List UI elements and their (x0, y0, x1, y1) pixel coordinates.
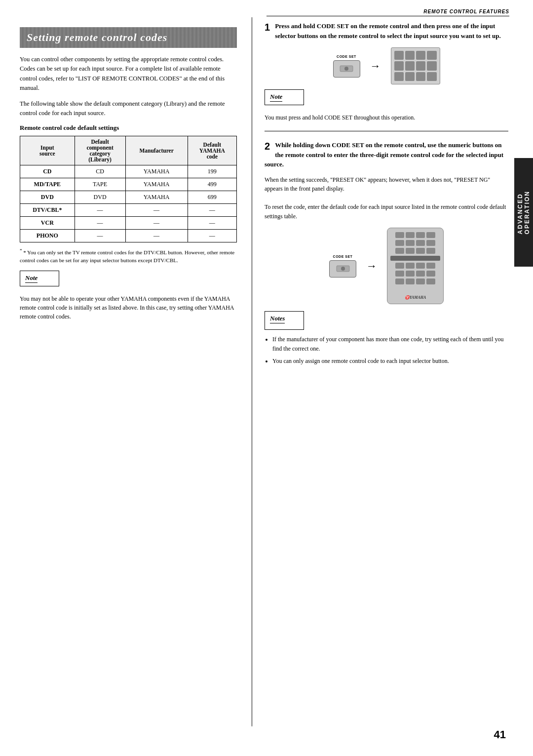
remote-row (390, 248, 440, 254)
cell-manufacturer: YAMAHA (125, 165, 188, 178)
step1-note-text: You must press and hold CODE SET through… (265, 113, 508, 122)
cell-category: — (75, 204, 125, 217)
remote-btn (406, 240, 415, 246)
step1-heading: 1 Press and hold CODE SET on the remote … (265, 21, 508, 40)
remote-btn (395, 263, 404, 269)
cell-code: 499 (188, 178, 236, 191)
code-set-area: CODE SET (333, 55, 360, 78)
table-row: DTV/CBL* — — — (20, 204, 237, 217)
step1-image-row: CODE SET → (265, 47, 508, 84)
remote-btn (416, 248, 425, 254)
panel-btn (427, 72, 436, 81)
remote-btn (395, 279, 404, 284)
notes-section: Notes If the manufacturer of your compon… (265, 311, 508, 365)
remote-row (390, 240, 440, 246)
default-settings-table: Inputsource Defaultcomponentcategory(Lib… (20, 136, 237, 242)
right-column: 1 Press and hold CODE SET on the remote … (252, 17, 508, 726)
remote-btn (416, 240, 425, 246)
panel-btn (427, 51, 436, 60)
cell-manufacturer: YAMAHA (125, 191, 188, 204)
cell-input: CD (20, 165, 75, 178)
col-header-default: Defaultcomponentcategory(Library) (75, 136, 125, 165)
col-header-manufacturer: Manufacturer (125, 136, 188, 165)
panel-btn (405, 72, 415, 81)
left-note-wrapper: Note You may not be able to operate your… (20, 271, 237, 321)
step1-number: 1 (265, 21, 270, 35)
remote-btn (416, 263, 425, 269)
table-title: Remote control code default settings (20, 124, 237, 132)
step2-code-set-area: CODE SET (329, 255, 356, 278)
table-footnote: * * You can only set the TV remote contr… (20, 247, 237, 265)
left-column: Setting remote control codes You can con… (20, 17, 237, 726)
remote-btn (426, 240, 435, 246)
remote-btn (426, 279, 435, 284)
step2-number: 2 (265, 140, 270, 154)
step2-para-1: When the setting succeeds, "PRESET OK" a… (265, 175, 508, 194)
cell-manufacturer: YAMAHA (125, 178, 188, 191)
svg-point-3 (341, 267, 345, 271)
cell-code: — (188, 230, 236, 242)
remote-btn (406, 271, 415, 277)
step2-image-row: CODE SET → (265, 228, 508, 304)
panel-btn (416, 61, 425, 70)
step2-code-set-button (329, 260, 356, 278)
table-row: MD/TAPE TAPE YAMAHA 499 (20, 178, 237, 191)
remote-row (390, 263, 440, 269)
header-text: Remote Control Features (423, 9, 509, 14)
remote-row (390, 256, 440, 261)
remote-large-image: ♈YAMAHA (387, 228, 444, 304)
step1-note-wrapper: Note You must press and hold CODE SET th… (265, 89, 508, 122)
cell-category: TAPE (75, 178, 125, 191)
page-container: Remote Control Features AdvancedOperatio… (0, 0, 533, 756)
step1-note-label: Note (270, 93, 282, 102)
remote-row (390, 232, 440, 238)
remote-btn (395, 240, 404, 246)
notes-list: If the manufacturer of your component ha… (265, 335, 508, 365)
cell-category: DVD (75, 191, 125, 204)
remote-btn (416, 271, 425, 277)
remote-btn (395, 248, 404, 254)
panel-btn (416, 51, 425, 60)
col-header-input: Inputsource (20, 136, 75, 165)
cell-category: — (75, 217, 125, 230)
cell-manufacturer: — (125, 230, 188, 242)
remote-btn (426, 263, 435, 269)
code-set-label-text: CODE SET (337, 55, 356, 58)
section-title: Setting remote control codes (20, 27, 237, 48)
cell-code: — (188, 204, 236, 217)
left-note-label: Note (25, 274, 38, 283)
remote-btn (426, 271, 435, 277)
panel-btn (405, 51, 415, 60)
cell-input: MD/TAPE (20, 178, 75, 191)
step2-code-set-label: CODE SET (333, 255, 353, 258)
remote-panel-image (391, 47, 440, 84)
panel-btn (405, 61, 415, 70)
main-content: Setting remote control codes You can con… (20, 17, 508, 726)
left-note-text: You may not be able to operate your othe… (20, 294, 237, 321)
notes-item-2: You can only assign one remote control c… (272, 357, 508, 366)
table-row: PHONO — — — (20, 230, 237, 242)
cell-code: 699 (188, 191, 236, 204)
left-note-box: Note (20, 271, 59, 286)
table-row: CD CD YAMAHA 199 (20, 165, 237, 178)
panel-btn (394, 72, 404, 81)
panel-btn (394, 61, 404, 70)
panel-btn (427, 61, 436, 70)
table-row: DVD DVD YAMAHA 699 (20, 191, 237, 204)
panel-btn (416, 72, 425, 81)
remote-row (390, 271, 440, 277)
remote-btn (406, 232, 415, 238)
remote-btn (395, 271, 404, 277)
notes-item-1: If the manufacturer of your component ha… (272, 335, 508, 353)
remote-btn (416, 279, 425, 284)
remote-btn (416, 232, 425, 238)
notes-box: Notes (265, 311, 304, 330)
step2-arrow: → (366, 260, 377, 273)
col-header-yamaha: DefaultYAMAHAcode (188, 136, 236, 165)
yamaha-logo: ♈YAMAHA (390, 295, 440, 300)
cell-manufacturer: — (125, 217, 188, 230)
remote-btn (395, 232, 404, 238)
remote-btn (406, 263, 415, 269)
cell-code: — (188, 217, 236, 230)
remote-btn (406, 279, 415, 284)
